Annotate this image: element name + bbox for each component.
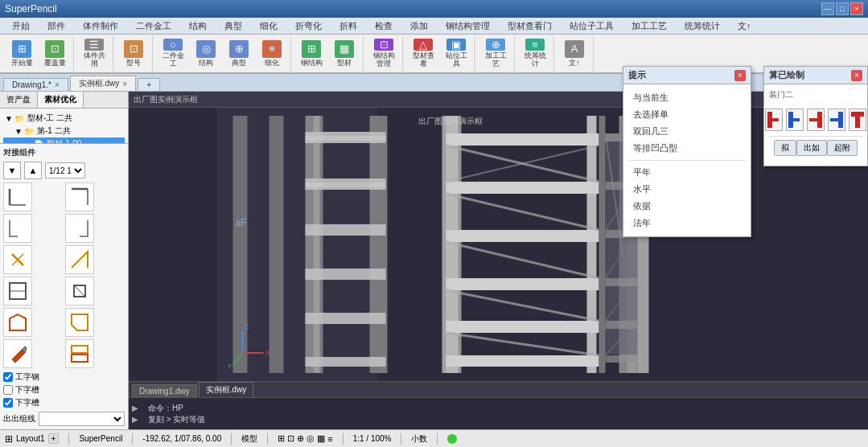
shape-item-8[interactable] bbox=[65, 277, 94, 306]
panel-tab-materials[interactable]: 素材优化 bbox=[38, 92, 84, 108]
ribbon-btn-9[interactable]: ⊞ 钢结构 bbox=[296, 38, 327, 70]
tab-stats[interactable]: 统筹统计 bbox=[676, 18, 729, 34]
ribbon-btn-12[interactable]: △ 型材查看 bbox=[408, 38, 438, 70]
canvas-tab-2[interactable]: 实例框.dwy bbox=[199, 382, 254, 397]
minimize-btn[interactable]: — bbox=[821, 2, 834, 15]
dialog-hint-item-4[interactable]: 等排凹凸型 bbox=[628, 140, 746, 157]
ribbon-btn-16[interactable]: A 文↑ bbox=[559, 38, 590, 70]
close-btn[interactable]: × bbox=[850, 2, 863, 15]
shape-item-6[interactable] bbox=[65, 245, 94, 274]
status-icon-grid[interactable]: ⊡ bbox=[287, 433, 294, 444]
ribbon-btn-13[interactable]: ▣ 站位工具 bbox=[441, 38, 471, 70]
dialog-hint-item-7[interactable]: 依据 bbox=[628, 198, 746, 215]
doc-tab-2-close[interactable]: × bbox=[122, 80, 127, 88]
tree-item-selected[interactable]: 📄 型材-1-00 bbox=[3, 137, 125, 143]
d2-icon-5[interactable] bbox=[849, 109, 866, 131]
doc-tab-2[interactable]: 实例框.dwy × bbox=[70, 76, 136, 91]
ribbon-btn-6[interactable]: ◎ 结构 bbox=[191, 38, 221, 70]
status-icon-osnap[interactable]: ▦ bbox=[317, 433, 325, 444]
d2-btn-3[interactable]: 起附 bbox=[827, 140, 858, 156]
shape-down-btn[interactable]: ▼ bbox=[3, 162, 21, 179]
tab-bend[interactable]: 折弯化 bbox=[286, 18, 331, 34]
tab-make[interactable]: 体件制作 bbox=[74, 18, 127, 34]
tab-file[interactable]: 文↑ bbox=[729, 18, 760, 34]
doc-tab-add[interactable]: + bbox=[138, 78, 160, 91]
ribbon-btn-5[interactable]: ○ 二件金工 bbox=[158, 38, 188, 70]
export-select[interactable] bbox=[39, 412, 125, 426]
canvas-tab-1[interactable]: Drawing1.dwy bbox=[132, 384, 197, 397]
d2-icon-2[interactable] bbox=[786, 109, 804, 131]
tab-profile[interactable]: 型材查看门 bbox=[499, 18, 561, 34]
ribbon-btn-8[interactable]: ≡ 细化 bbox=[257, 38, 287, 70]
tab-position[interactable]: 站位子工具 bbox=[561, 18, 623, 34]
dialog-drawn-close[interactable]: × bbox=[851, 70, 862, 81]
add-tab-btn[interactable]: + bbox=[48, 433, 60, 444]
ribbon-btn-10[interactable]: ▦ 型材 bbox=[329, 38, 360, 70]
status-icon-snap[interactable]: ⊞ bbox=[278, 433, 285, 444]
cmd-input[interactable] bbox=[208, 415, 865, 424]
status-icon-polar[interactable]: ◎ bbox=[306, 433, 315, 444]
ribbon-btn-2[interactable]: ⊡ 覆盖量 bbox=[39, 38, 70, 70]
doc-tab-1[interactable]: Drawing1.* × bbox=[3, 78, 68, 91]
dialog-hint-item-1[interactable]: 与当前生 bbox=[628, 89, 746, 106]
ribbon-btn-14[interactable]: ⊕ 加工工艺 bbox=[480, 38, 511, 70]
scale-select[interactable]: 1/12 1 1/6 1/4 bbox=[45, 162, 85, 178]
ribbon-btn-15[interactable]: ≡ 统筹统计 bbox=[520, 38, 550, 70]
ribbon-btn-3[interactable]: ☰ 体件共用 bbox=[79, 38, 109, 70]
tab-refine[interactable]: 细化 bbox=[251, 18, 286, 34]
tab-start[interactable]: 开始 bbox=[3, 18, 39, 34]
shape-item-3[interactable] bbox=[3, 214, 32, 243]
checkbox-2[interactable] bbox=[3, 385, 13, 395]
ribbon-btn-4[interactable]: ⊡ 型号 bbox=[118, 38, 149, 70]
tab-process[interactable]: 加工工艺 bbox=[623, 18, 676, 34]
ribbon-btn-11[interactable]: ⊡ 钢结构管理 bbox=[368, 38, 399, 70]
dialog-hint-item-8[interactable]: 法年 bbox=[628, 215, 746, 232]
tab-typical[interactable]: 典型 bbox=[216, 18, 251, 34]
tree-toggle[interactable]: ▼ bbox=[5, 114, 14, 123]
shape-item-9[interactable] bbox=[3, 308, 32, 337]
d2-icon-1[interactable] bbox=[765, 109, 783, 131]
shape-item-5[interactable] bbox=[3, 245, 32, 274]
doc-tab-1-close[interactable]: × bbox=[55, 80, 60, 89]
dialog-hint-item-5[interactable]: 平年 bbox=[628, 164, 746, 181]
tree-item-1[interactable]: ▼ 📁 第-1 二共 bbox=[3, 125, 125, 137]
tab-parts[interactable]: 部件 bbox=[39, 18, 74, 34]
d2-icon-3[interactable] bbox=[807, 109, 825, 131]
checkbox-3[interactable] bbox=[3, 398, 13, 408]
maximize-btn[interactable]: □ bbox=[836, 2, 849, 15]
shape-item-12[interactable] bbox=[65, 339, 94, 368]
tab-metal[interactable]: 二件金工 bbox=[127, 18, 180, 34]
tab-steel[interactable]: 钢结构管理 bbox=[437, 18, 499, 34]
canvas-view[interactable]: X Z Y 出厂图实例演示框 aF bbox=[129, 108, 868, 381]
checkbox-row-2: 下字槽 bbox=[3, 384, 125, 396]
dialog-hint: 提示 × 与当前生 去选择单 双回几三 等排凹凸型 平年 水平 依据 法年 bbox=[623, 66, 751, 237]
tab-material[interactable]: 折料 bbox=[331, 18, 366, 34]
shape-controls: ▼ ▲ 1/12 1 1/6 1/4 bbox=[3, 162, 125, 179]
panel-tab-assets[interactable]: 资产盘 bbox=[0, 92, 38, 108]
shape-item-4[interactable] bbox=[65, 214, 94, 243]
layout-label[interactable]: Layout1 bbox=[16, 434, 45, 443]
dialog-hint-item-6[interactable]: 水平 bbox=[628, 181, 746, 198]
status-icon-ortho[interactable]: ⊕ bbox=[297, 433, 304, 444]
dialog-hint-item-2[interactable]: 去选择单 bbox=[628, 106, 746, 123]
shape-item-11[interactable] bbox=[3, 339, 32, 368]
tab-struct[interactable]: 结构 bbox=[180, 18, 216, 34]
tab-add[interactable]: 添加 bbox=[401, 18, 437, 34]
shape-item-7[interactable] bbox=[3, 277, 32, 306]
tree-item-root[interactable]: ▼ 📁 型材-工 二共 bbox=[3, 112, 125, 125]
ribbon-btn-7[interactable]: ⊕ 典型 bbox=[224, 38, 254, 70]
checkbox-1[interactable] bbox=[3, 372, 13, 382]
status-icon-track[interactable]: ≡ bbox=[327, 434, 332, 444]
d2-btn-2[interactable]: 出如 bbox=[796, 140, 827, 156]
shape-item-1[interactable] bbox=[3, 182, 32, 211]
dialog-hint-close[interactable]: × bbox=[734, 70, 746, 81]
d2-btn-1[interactable]: 拟 bbox=[774, 140, 796, 156]
ribbon-btn-1[interactable]: ⊞ 开始量 bbox=[6, 38, 37, 70]
shape-up-btn[interactable]: ▲ bbox=[24, 162, 42, 179]
d2-icon-4[interactable] bbox=[828, 109, 845, 131]
dialog-hint-item-3[interactable]: 双回几三 bbox=[628, 123, 746, 140]
tab-check[interactable]: 检查 bbox=[366, 18, 401, 34]
tree-toggle-1[interactable]: ▼ bbox=[14, 127, 24, 136]
shape-item-2[interactable] bbox=[65, 182, 94, 211]
shape-item-10[interactable] bbox=[65, 308, 94, 337]
